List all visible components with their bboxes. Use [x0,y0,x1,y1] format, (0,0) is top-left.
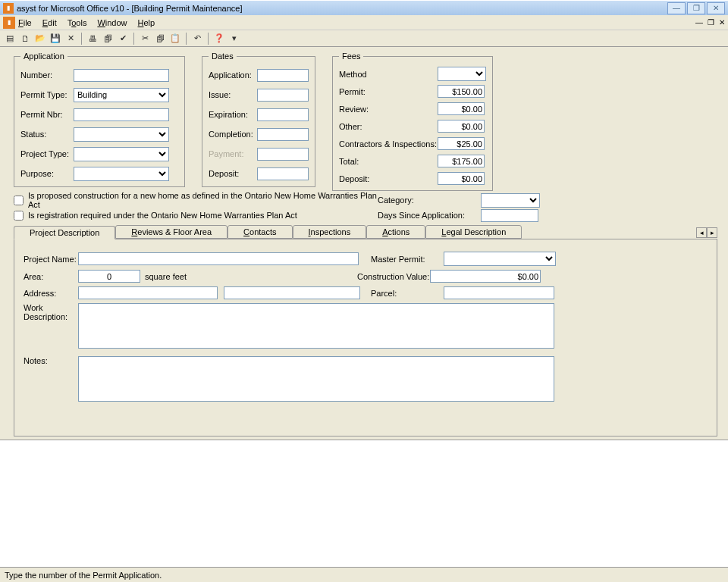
mdi-minimize-button[interactable]: — [695,18,703,27]
status-message: Type the number of the Permit Applicatio… [5,571,162,580]
review-fee-label: Review: [339,105,438,114]
app-date-input[interactable] [257,69,309,82]
print-icon[interactable]: 🖶 [86,32,99,45]
payment-date-input[interactable] [257,148,309,161]
open-icon[interactable]: 📂 [33,32,47,45]
tab-actions[interactable]: Actions [366,225,425,239]
area-label: Area: [24,272,78,281]
total-fee-input[interactable] [438,155,485,167]
proposed-checkbox[interactable] [14,196,24,205]
permit-fee-input[interactable] [438,85,485,98]
dropdown-icon[interactable]: ▾ [228,32,241,45]
status-select[interactable] [74,127,169,142]
proposed-label: Is proposed construction for a new home … [28,191,378,209]
dates-legend: Dates [209,52,237,61]
deposit-date-label: Deposit: [209,169,257,178]
menu-window[interactable]: Window [97,18,127,27]
app-date-label: Application: [209,70,257,80]
construction-value-input[interactable] [430,270,541,283]
tab-inspections[interactable]: Inspections [293,225,367,239]
project-type-label: Project Type: [20,149,74,158]
mdi-restore-button[interactable]: ❐ [708,18,714,27]
menu-icon: ▮ [3,17,15,29]
dates-group: Dates Application: Issue: Expiration: Co… [202,52,315,187]
delete-icon[interactable]: ✕ [64,32,77,45]
tab-legal-description[interactable]: Legal Description [425,225,522,239]
number-input[interactable] [74,69,169,82]
save-icon[interactable]: 💾 [49,32,62,45]
work-desc-label: WorkDescription: [24,303,78,321]
paste-icon[interactable]: 📋 [168,32,182,45]
status-label: Status: [20,130,74,139]
deposit-fee-input[interactable] [438,172,485,185]
close-button[interactable]: ✕ [707,2,725,14]
form-top: Application Number: Permit Type: Buildin… [0,47,728,440]
tab-reviews-floor-area[interactable]: Reviews & Floor Area [115,225,228,239]
deposit-date-input[interactable] [257,167,309,180]
issue-date-label: Issue: [209,90,257,99]
undo-icon[interactable]: ↶ [190,32,204,45]
cut-icon[interactable]: ✂ [138,32,152,45]
expiration-date-input[interactable] [257,108,309,121]
notes-textarea[interactable] [78,356,554,402]
category-select[interactable] [481,193,540,208]
window-title: asyst for Microsoft Office v10 - [Buildi… [17,4,666,13]
expiration-date-label: Expiration: [209,110,257,119]
parcel-input[interactable] [444,286,554,299]
menu-edit[interactable]: Edit [42,18,57,27]
lower-blank-area [0,440,728,582]
check-icon[interactable]: ✔ [116,32,130,45]
tab-panel-project-description: Project Name: Master Permit: Area: squar… [14,239,717,436]
ci-fee-label: Contractors & Inspections: [339,139,438,149]
parcel-label: Parcel: [371,289,444,298]
tab-strip: Project Description Reviews & Floor Area… [14,226,717,239]
master-permit-label: Master Permit: [371,255,444,264]
tab-scroll-left[interactable]: ◂ [696,227,707,238]
new-icon[interactable]: 🗋 [18,32,32,45]
help-icon[interactable]: ❓ [212,32,226,45]
method-label: Method [339,70,438,79]
status-bar: Type the number of the Permit Applicatio… [0,567,728,582]
minimize-button[interactable]: — [667,2,686,14]
menu-file[interactable]: File [18,18,32,27]
area-unit-label: square feet [145,272,187,281]
other-fee-input[interactable] [438,120,485,133]
restore-button[interactable]: ❐ [687,2,705,14]
toolbar: ▤ 🗋 📂 💾 ✕ 🖶 🗐 ✔ ✂ 🗐 📋 ↶ ❓ ▾ [0,30,728,47]
fees-legend: Fees [339,52,363,61]
area-input[interactable] [78,270,140,283]
project-type-select[interactable] [74,147,169,161]
mdi-close-button[interactable]: ✕ [719,18,725,27]
menu-tools[interactable]: Tools [67,18,87,27]
completion-date-input[interactable] [257,128,309,141]
days-since-input[interactable] [481,209,538,222]
master-permit-select[interactable] [444,252,556,266]
application-group: Application Number: Permit Type: Buildin… [14,52,185,187]
method-select[interactable] [438,67,486,81]
fees-group: Fees Method Permit: Review: Other: Contr… [332,52,493,191]
menu-help[interactable]: Help [138,18,155,27]
issue-date-input[interactable] [257,89,309,102]
print-preview-icon[interactable]: 🗐 [101,32,115,45]
project-name-input[interactable] [78,252,359,265]
project-name-label: Project Name: [24,255,78,264]
title-bar: ▮ asyst for Microsoft Office v10 - [Buil… [0,0,728,15]
address-input-1[interactable] [78,286,218,299]
purpose-label: Purpose: [20,169,74,178]
tab-contacts[interactable]: Contacts [228,225,292,239]
other-fee-label: Other: [339,122,438,131]
purpose-select[interactable] [74,167,169,181]
tab-scroll-right[interactable]: ▸ [707,227,717,238]
permit-nbr-input[interactable] [74,108,169,121]
registration-label: Is registration required under the Ontar… [28,211,297,220]
copy-icon[interactable]: 🗐 [153,32,167,45]
review-fee-input[interactable] [438,102,485,115]
tab-project-description[interactable]: Project Description [14,226,115,239]
permit-fee-label: Permit: [339,87,438,96]
address-input-2[interactable] [224,286,360,299]
registration-checkbox[interactable] [14,211,24,221]
permit-type-select[interactable]: Building [74,88,169,102]
ci-fee-input[interactable] [438,137,485,150]
toolbar-btn-1[interactable]: ▤ [3,32,17,45]
work-description-textarea[interactable] [78,303,554,349]
